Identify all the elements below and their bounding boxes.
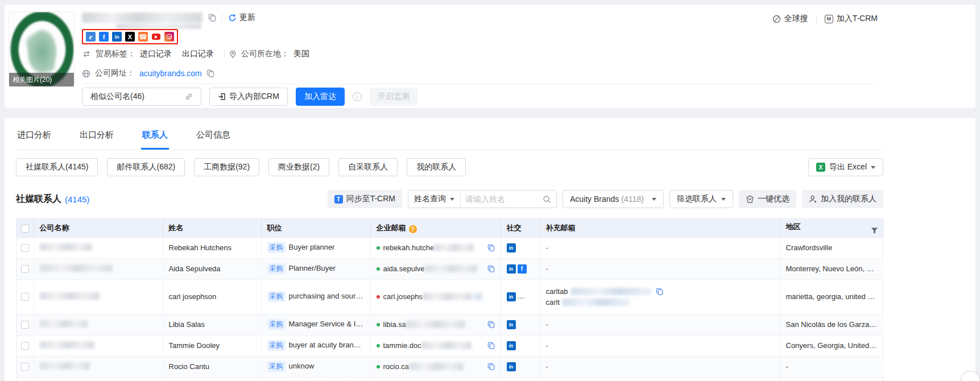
social-cell: in: [501, 237, 540, 258]
add-radar-button[interactable]: 加入雷达: [296, 88, 345, 106]
copy-email-icon[interactable]: [487, 321, 495, 328]
linkedin-icon[interactable]: in: [507, 362, 516, 371]
filter-my-contacts[interactable]: 我的联系人: [407, 158, 466, 176]
company-logo[interactable]: 相关图片(20): [9, 11, 75, 87]
linkedin-icon[interactable]: in: [507, 264, 516, 274]
trade-tag-import[interactable]: 进口记录: [140, 49, 172, 59]
x-twitter-icon[interactable]: X: [125, 32, 135, 42]
internet-explorer-icon[interactable]: e: [86, 32, 96, 42]
refresh-button[interactable]: 更新: [228, 13, 255, 23]
linkedin-icon[interactable]: in: [507, 292, 516, 301]
company-cell-redacted: [34, 314, 163, 335]
import-internal-crm-button[interactable]: 导入内部CRM: [209, 88, 288, 106]
extra-email-cell: [540, 377, 780, 381]
contact-title: 采购unknow: [261, 356, 370, 377]
trade-tag-export[interactable]: 出口记录: [182, 49, 214, 59]
globe-icon: [82, 69, 90, 78]
sync-tcrm-button[interactable]: T 同步至T-CRM: [328, 190, 402, 208]
linkedin-icon[interactable]: in: [507, 243, 516, 252]
row-checkbox[interactable]: [21, 293, 29, 301]
phone-icon[interactable]: ☎: [138, 32, 148, 42]
row-checkbox[interactable]: [21, 244, 29, 252]
contact-title: 采购Planner/Buyer: [261, 258, 370, 279]
youtube-icon[interactable]: [151, 32, 161, 42]
extra-email-cell: -: [540, 258, 780, 279]
region-cell: Monterrey, Nuevo León, Mexi...: [780, 258, 884, 279]
row-checkbox[interactable]: [21, 265, 29, 273]
website-link[interactable]: acuitybrands.com: [139, 69, 202, 78]
tab-company-info[interactable]: 公司信息: [195, 125, 231, 150]
section-count[interactable]: (4145): [65, 194, 89, 204]
facebook-icon[interactable]: f: [518, 264, 527, 274]
chevron-down-icon: [652, 198, 656, 201]
company-header-card: 相关图片(20) 更新 e f in X ☎ 贸易标签： 进口记录 出口记录: [5, 5, 975, 108]
region-cell: [780, 377, 884, 381]
filter-social-contacts[interactable]: 社媒联系人(4145): [16, 158, 98, 176]
facebook-icon[interactable]: f: [528, 292, 537, 301]
filter-commercial-data[interactable]: 商业数据(2): [268, 158, 329, 176]
linkedin-icon[interactable]: in: [507, 341, 516, 350]
tab-contacts[interactable]: 联系人: [141, 125, 169, 150]
similar-companies-label: 相似公司名(46): [90, 92, 144, 102]
add-my-contacts-button[interactable]: 加入我的联系人: [802, 190, 883, 208]
table-row[interactable]: Tammie Dooley 采购buyer at acuity brands l…: [16, 335, 884, 356]
divider: [224, 50, 225, 58]
name-query-dropdown[interactable]: 姓名查询: [408, 191, 461, 208]
region-cell: Conyers, Georgia, United Stat...: [780, 335, 884, 356]
start-monitor-label: 开启监测: [378, 92, 410, 102]
table-row[interactable]: Rebekah Hutchens 采购Buyer planner rebekah…: [16, 237, 884, 258]
table-row[interactable]: 采购 in: [16, 377, 884, 381]
linkedin-icon[interactable]: in: [507, 320, 516, 329]
join-tcrm-button[interactable]: M 加入T-CRM: [825, 14, 878, 24]
company-cell-redacted: [34, 237, 163, 258]
copy-company-name-icon[interactable]: [208, 14, 216, 22]
one-click-select-button[interactable]: 一键优选: [739, 190, 796, 208]
region-cell: -: [780, 356, 884, 377]
table-row[interactable]: Rocio Cantu 采购unknow rocio.ca in - -: [16, 356, 884, 377]
start-monitor-button[interactable]: 开启监测: [370, 88, 417, 106]
copy-email-icon[interactable]: [487, 265, 495, 272]
linkedin-icon[interactable]: in: [112, 32, 122, 42]
search-icon[interactable]: [541, 195, 556, 204]
company-cell-redacted: [34, 258, 163, 279]
table-row[interactable]: Libia Salas 采购Manager Service & Invent..…: [16, 314, 884, 335]
filter-contacts-dropdown[interactable]: 筛选联系人: [669, 190, 733, 208]
info-icon[interactable]: i: [353, 92, 362, 101]
toolbar-actions: T 同步至T-CRM 姓名查询 Acuity Brands (4118): [328, 190, 883, 208]
global-search-button[interactable]: 全球搜: [772, 14, 808, 24]
global-search-label: 全球搜: [784, 14, 808, 24]
row-checkbox[interactable]: [21, 321, 29, 329]
similar-companies-button[interactable]: 相似公司名(46): [82, 88, 201, 106]
row-checkbox[interactable]: [21, 363, 29, 371]
filter-self-collected[interactable]: 自采联系人: [338, 158, 398, 176]
copy-website-icon[interactable]: [206, 69, 214, 77]
instagram-icon[interactable]: [164, 32, 174, 42]
copy-email-icon[interactable]: [487, 342, 495, 349]
company-filter-select[interactable]: Acuity Brands (4118): [563, 190, 664, 208]
copy-email-icon[interactable]: [487, 363, 495, 370]
filter-funnel-icon[interactable]: [871, 227, 878, 234]
import-internal-crm-label: 导入内部CRM: [229, 92, 279, 102]
tab-export-analysis[interactable]: 出口分析: [78, 125, 115, 150]
copy-email-icon[interactable]: [656, 288, 663, 295]
facebook-icon[interactable]: f: [99, 32, 109, 42]
filter-email-contacts[interactable]: 邮件联系人(682): [107, 158, 185, 176]
social-cell: in: [501, 314, 540, 335]
copy-email-icon[interactable]: [487, 244, 495, 251]
social-links-highlight-box: e f in X ☎: [82, 29, 178, 44]
export-excel-button[interactable]: X 导出 Excel: [808, 158, 883, 176]
row-checkbox[interactable]: [21, 342, 29, 350]
help-icon[interactable]: ?: [409, 225, 417, 233]
social-cell: in: [501, 377, 540, 381]
header-top-right: 全球搜 M 加入T-CRM: [772, 14, 878, 24]
related-images-label[interactable]: 相关图片(20): [9, 73, 74, 86]
join-tcrm-label: 加入T-CRM: [837, 14, 878, 24]
header-company: 公司名称: [34, 219, 163, 237]
select-all-checkbox[interactable]: [21, 225, 29, 233]
filter-business-registry[interactable]: 工商数据(92): [194, 158, 259, 176]
refresh-label: 更新: [239, 13, 255, 23]
tab-import-analysis[interactable]: 进口分析: [16, 125, 52, 150]
name-search-input[interactable]: [461, 194, 541, 204]
table-row[interactable]: Aida Sepulveda 采购Planner/Buyer aida.sepu…: [16, 258, 884, 279]
table-row[interactable]: carl josephson 采购purchasing and sourcing…: [16, 279, 884, 314]
